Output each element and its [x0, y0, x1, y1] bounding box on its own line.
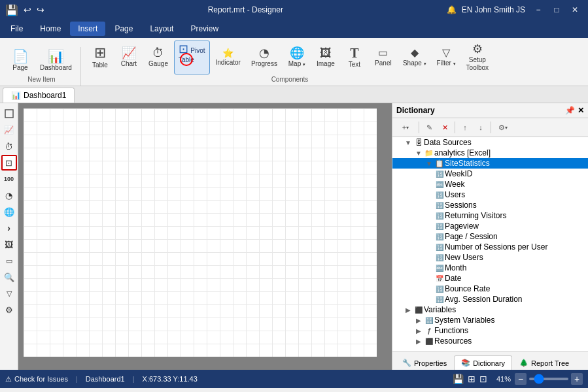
right-panel: Dictionary 📌 ✕ +▾ ✎ ✕ ↑ ↓ ⚙▾ ▼ 🗄 Data So…: [392, 103, 588, 370]
ribbon-btn-map[interactable]: 🌐 Map ▾: [283, 41, 311, 74]
ribbon-btn-gauge[interactable]: ⏱ Gauge: [144, 41, 173, 74]
tab-properties[interactable]: 🔧 Properties: [395, 355, 454, 370]
ribbon-btn-progress[interactable]: ◔ Progress: [247, 41, 282, 74]
month-icon: 🔤: [434, 265, 445, 272]
menu-preview[interactable]: Preview: [182, 22, 226, 36]
canvas[interactable]: [24, 108, 377, 357]
left-btn-image[interactable]: 🖼: [1, 237, 17, 252]
canvas-wrapper[interactable]: [18, 103, 392, 370]
tree-weekid[interactable]: 🔢 WeekID: [392, 169, 588, 179]
left-btn-filter[interactable]: ▽: [1, 286, 17, 301]
pagesession-label: Page / Session: [445, 232, 588, 241]
ribbon: 📄 Page 📊 Dashboard New Item ⊞ Table 📈: [0, 38, 588, 86]
left-btn-settings[interactable]: ⚙: [1, 302, 17, 318]
canvas-tab-bar: 📊 Dashboard1: [0, 86, 588, 103]
ribbon-btn-chart[interactable]: 📈 Chart: [115, 41, 143, 74]
tab-reporttree[interactable]: 🌲 Report Tree: [512, 355, 576, 370]
tree-pageview[interactable]: 🔢 Pageview: [392, 221, 588, 231]
delete-btn[interactable]: ✕: [438, 120, 452, 135]
ribbon-btn-panel[interactable]: ▭ Panel: [370, 41, 397, 74]
left-btn-gauge[interactable]: ⏱: [1, 139, 17, 154]
ribbon-btn-image[interactable]: 🖼 Image: [312, 41, 339, 74]
settings-dropdown-btn[interactable]: ⚙▾: [494, 120, 512, 135]
left-btn-pivot[interactable]: ⊡: [1, 155, 17, 171]
text-icon: T: [350, 46, 358, 59]
tab-dictionary[interactable]: 📚 Dictionary: [454, 355, 512, 370]
tree-users[interactable]: 🔢 Users: [392, 189, 588, 200]
zoom-slider[interactable]: [529, 378, 568, 380]
chart-icon: 📈: [122, 47, 136, 59]
zoom-in-btn[interactable]: +: [571, 373, 583, 385]
analytics-label: analytics [Excel]: [434, 148, 588, 157]
status-grid-icon[interactable]: ⊞: [468, 374, 476, 384]
edit-btn[interactable]: ✎: [422, 120, 436, 135]
pin-icon[interactable]: 📌: [565, 106, 575, 115]
menu-layout[interactable]: Layout: [142, 22, 181, 36]
ribbon-btn-pivottable[interactable]: ⊡ PivotTable: [174, 41, 210, 74]
move-down-btn[interactable]: ↓: [474, 120, 488, 135]
undo-title-btn[interactable]: ↩: [24, 5, 31, 15]
ribbon-btn-page[interactable]: 📄 Page: [7, 47, 34, 74]
menu-bar: File Home Insert Page Layout Preview: [0, 20, 588, 38]
left-btn-progress[interactable]: ◔: [1, 188, 17, 203]
avgsession-label: Avg. Session Duration: [445, 295, 588, 304]
menu-insert[interactable]: Insert: [70, 22, 105, 36]
left-btn-indicator[interactable]: 100: [1, 171, 17, 187]
ribbon-btn-setuptoolbox[interactable]: ⚙ SetupToolbox: [462, 41, 493, 74]
tree-pagesession[interactable]: 🔢 Page / Session: [392, 231, 588, 242]
returning-label: Returning Visitors: [445, 211, 588, 220]
dashboard1-tab[interactable]: 📊 Dashboard1: [3, 88, 75, 103]
menu-page[interactable]: Page: [107, 22, 141, 36]
check-issues[interactable]: ⚠ Check for Issues: [5, 375, 68, 384]
left-btn-select[interactable]: [1, 106, 17, 122]
tree-week[interactable]: 🔤 Week: [392, 179, 588, 189]
tree-month[interactable]: 🔤 Month: [392, 263, 588, 273]
tree-sessionperuser[interactable]: 🔢 Number of Sessions per User: [392, 242, 588, 252]
tree-resources[interactable]: ▶ ⬛ Resources: [392, 336, 588, 346]
notification-icon[interactable]: 🔔: [447, 5, 457, 14]
tree-bouncerate[interactable]: 🔢 Bounce Rate: [392, 284, 588, 294]
tree-returningvisitors[interactable]: 🔢 Returning Visitors: [392, 210, 588, 221]
zoom-out-btn[interactable]: −: [515, 373, 527, 385]
tree-sitestatistics[interactable]: ▼ 📋 SiteStatistics: [392, 158, 588, 169]
tree-functions[interactable]: ▶ ƒ Functions: [392, 325, 588, 336]
restore-btn[interactable]: □: [549, 2, 564, 18]
tree-analytics[interactable]: ▼ 📁 analytics [Excel]: [392, 148, 588, 158]
menu-file[interactable]: File: [3, 22, 31, 36]
dictionary-label: Dictionary: [473, 359, 505, 367]
left-btn-chart[interactable]: 📈: [1, 122, 17, 138]
left-btn-search[interactable]: 🔍: [1, 269, 17, 285]
tree-newusers[interactable]: 🔢 New Users: [392, 252, 588, 263]
bouncerate-icon: 🔢: [434, 286, 445, 293]
close-btn[interactable]: ✕: [567, 2, 583, 18]
ribbon-btn-dashboard[interactable]: 📊 Dashboard: [35, 47, 77, 74]
panel-close-icon[interactable]: ✕: [578, 106, 584, 115]
save-title-icon[interactable]: 💾: [5, 4, 18, 16]
ribbon-btn-text[interactable]: T Text: [341, 41, 368, 74]
left-btn-panel[interactable]: ▭: [1, 253, 17, 269]
tree-date[interactable]: 📅 Date: [392, 273, 588, 284]
minimize-btn[interactable]: −: [530, 2, 546, 18]
reporttree-icon: 🌲: [519, 359, 528, 367]
left-btn-expand[interactable]: ›: [1, 220, 17, 236]
menu-home[interactable]: Home: [32, 22, 69, 36]
ribbon-btn-filter[interactable]: ▽ Filter ▾: [432, 41, 460, 74]
dashboard-icon: 📊: [48, 50, 64, 63]
add-dropdown-btn[interactable]: +▾: [395, 120, 416, 135]
status-save-icon[interactable]: 💾: [453, 374, 464, 384]
ribbon-btn-shape[interactable]: ◆ Shape ▾: [398, 41, 431, 74]
tree-datasources[interactable]: ▼ 🗄 Data Sources: [392, 137, 588, 148]
redo-title-btn[interactable]: ↪: [37, 5, 44, 15]
left-btn-map[interactable]: 🌐: [1, 204, 17, 220]
ribbon-btn-indicator[interactable]: ⭐ Indicator: [211, 41, 245, 74]
newusers-label: New Users: [445, 253, 588, 262]
tree-systemvariables[interactable]: ▶ 🔢 System Variables: [392, 315, 588, 325]
tree-variables[interactable]: ▶ ⬛ Variables: [392, 304, 588, 315]
status-layout-icon[interactable]: ⊡: [479, 374, 487, 384]
title-bar-left: 💾 ↩ ↪: [5, 4, 44, 16]
panel-toolbar: +▾ ✎ ✕ ↑ ↓ ⚙▾: [392, 118, 588, 137]
move-up-btn[interactable]: ↑: [458, 120, 472, 135]
ribbon-btn-table[interactable]: ⊞ Table: [86, 41, 114, 74]
tree-sessions[interactable]: 🔢 Sessions: [392, 200, 588, 210]
tree-avgsession[interactable]: 🔢 Avg. Session Duration: [392, 294, 588, 304]
